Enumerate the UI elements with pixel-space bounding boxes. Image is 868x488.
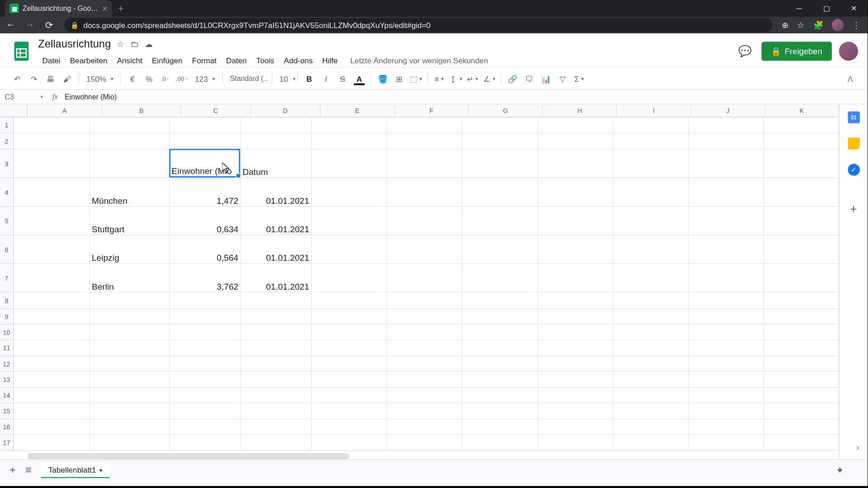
cell[interactable] xyxy=(387,419,462,435)
column-header[interactable]: F xyxy=(395,104,468,117)
row-header[interactable]: 12 xyxy=(0,356,13,371)
cell[interactable] xyxy=(613,292,689,309)
cell[interactable] xyxy=(764,150,839,178)
cell[interactable] xyxy=(613,150,689,178)
cell[interactable] xyxy=(764,309,839,324)
paint-format-button[interactable]: 🖌 xyxy=(60,71,75,86)
cell[interactable] xyxy=(170,388,241,403)
close-window-button[interactable]: ✕ xyxy=(840,0,868,17)
cell[interactable] xyxy=(387,435,462,451)
collapse-toolbar-button[interactable]: ᐱ xyxy=(843,71,858,86)
vertical-align-button[interactable]: ⭥ xyxy=(448,71,463,86)
cell[interactable] xyxy=(90,292,170,309)
cell[interactable] xyxy=(764,117,839,134)
cell[interactable] xyxy=(462,403,538,419)
cell[interactable] xyxy=(613,371,689,388)
cell[interactable] xyxy=(90,340,170,357)
share-button[interactable]: 🔒 Freigeben xyxy=(761,42,832,61)
row-header[interactable]: 16 xyxy=(0,419,13,435)
cell[interactable] xyxy=(241,403,311,419)
cell[interactable] xyxy=(170,371,241,388)
cell[interactable] xyxy=(689,356,764,371)
column-header[interactable]: G xyxy=(469,104,543,117)
cell[interactable]: 01.01.2021 xyxy=(241,178,311,206)
sheet-tab-menu-icon[interactable]: ▾ xyxy=(99,467,103,473)
cell[interactable] xyxy=(90,419,170,435)
cell[interactable] xyxy=(462,150,538,178)
cell[interactable] xyxy=(170,435,241,451)
cell[interactable] xyxy=(538,264,613,292)
column-header[interactable]: H xyxy=(543,104,617,117)
back-button[interactable]: ← xyxy=(5,19,17,30)
cell[interactable] xyxy=(90,133,170,150)
cell[interactable] xyxy=(462,340,538,357)
row-header[interactable]: 9 xyxy=(0,309,13,324)
zoom-select[interactable]: 150% xyxy=(83,74,117,83)
row-header[interactable]: 1 xyxy=(0,117,13,134)
row-header[interactable]: 7 xyxy=(0,264,13,292)
cell[interactable] xyxy=(14,340,90,357)
insert-chart-button[interactable]: 📊 xyxy=(538,71,553,86)
cell[interactable] xyxy=(538,435,613,451)
cell[interactable] xyxy=(90,435,170,451)
horizontal-scrollbar[interactable] xyxy=(28,453,349,459)
cell[interactable] xyxy=(689,340,764,357)
cell[interactable] xyxy=(170,403,241,419)
menu-tools[interactable]: Tools xyxy=(252,54,278,67)
cell[interactable]: Berlin xyxy=(90,264,170,292)
reload-button[interactable]: ⟳ xyxy=(43,19,55,31)
cell[interactable] xyxy=(689,150,764,178)
cell[interactable] xyxy=(387,324,462,340)
bold-button[interactable]: B xyxy=(302,71,317,86)
merge-cells-button[interactable]: ⬚ xyxy=(408,71,424,86)
cell[interactable] xyxy=(538,235,613,264)
cell[interactable] xyxy=(14,324,90,340)
cell[interactable] xyxy=(764,403,839,419)
cell[interactable] xyxy=(387,206,462,235)
cell[interactable] xyxy=(241,419,311,435)
cell[interactable] xyxy=(462,292,538,309)
cell[interactable] xyxy=(462,264,538,292)
sheets-logo[interactable] xyxy=(9,39,33,63)
currency-button[interactable]: € xyxy=(125,71,140,86)
cell[interactable] xyxy=(613,388,689,403)
row-header[interactable]: 5 xyxy=(0,206,13,235)
cell[interactable] xyxy=(613,340,689,357)
cell[interactable] xyxy=(689,235,764,264)
cell[interactable] xyxy=(311,435,387,451)
cell[interactable] xyxy=(387,371,462,388)
cell[interactable]: 3,762 xyxy=(170,264,241,292)
cell[interactable] xyxy=(90,324,170,340)
cell[interactable] xyxy=(241,435,311,451)
row-header[interactable]: 14 xyxy=(0,388,13,403)
cell[interactable] xyxy=(764,356,839,371)
cell[interactable] xyxy=(613,178,689,206)
cell[interactable] xyxy=(462,178,538,206)
cell[interactable] xyxy=(311,235,387,264)
cell[interactable] xyxy=(689,178,764,206)
print-button[interactable]: 🖶 xyxy=(43,71,58,86)
column-header[interactable]: A xyxy=(28,104,103,117)
cell[interactable] xyxy=(311,340,387,357)
cell[interactable]: 01.01.2021 xyxy=(241,206,311,235)
cell[interactable] xyxy=(14,388,90,403)
row-header[interactable]: 6 xyxy=(0,235,13,264)
row-header[interactable]: 11 xyxy=(0,340,13,357)
increase-decimal-button[interactable]: .00→ xyxy=(175,71,190,86)
decrease-decimal-button[interactable]: .0← xyxy=(158,71,174,86)
cell[interactable] xyxy=(462,117,538,134)
cell[interactable] xyxy=(241,133,311,150)
cell[interactable] xyxy=(613,264,689,292)
menu-help[interactable]: Hilfe xyxy=(318,54,342,67)
column-header[interactable]: C xyxy=(181,104,250,117)
cell[interactable] xyxy=(689,292,764,309)
menu-view[interactable]: Ansicht xyxy=(113,54,146,67)
cell[interactable] xyxy=(387,356,462,371)
text-wrap-button[interactable]: ↵ xyxy=(465,71,480,86)
insert-link-button[interactable]: 🔗 xyxy=(505,71,520,86)
cell[interactable] xyxy=(14,133,90,150)
cell[interactable] xyxy=(462,235,538,264)
italic-button[interactable]: I xyxy=(318,71,334,86)
cell[interactable] xyxy=(538,371,613,388)
formula-input[interactable]: Einwohner (Mio) xyxy=(62,93,868,101)
